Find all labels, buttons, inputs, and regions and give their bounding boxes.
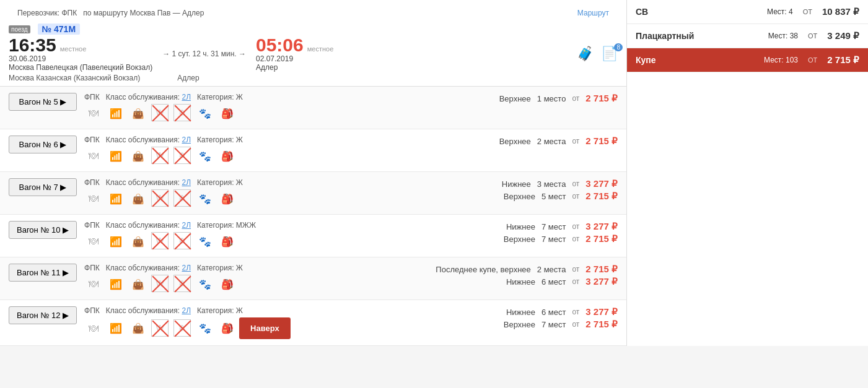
wagon-middle: ФПК Класс обслуживания: 2Л Категория: Ж …	[77, 264, 432, 293]
wagon-button[interactable]: Вагон № 6 ▶	[9, 136, 77, 153]
amenities: 🍽📶👜 W ❄ 🐾🎒	[84, 275, 237, 293]
food-icon: 🍽	[84, 232, 103, 251]
class-label: Класс обслуживания:	[106, 306, 180, 315]
amenities-row: 🍽📶👜 W ❄ 🐾🎒	[84, 104, 432, 123]
seat-type: Нижнее	[506, 222, 535, 231]
wagon-detail-top: ФПК Класс обслуживания: 2Л Категория: МЖ…	[84, 221, 432, 230]
luggage-badge: 8	[614, 43, 623, 51]
from-city: Москва Казанская (Казанский Вокзал)	[9, 74, 140, 82]
seat-count: 6 мест	[541, 308, 566, 317]
seat-type: Верхнее	[499, 137, 531, 146]
backpack-icon: 🎒	[218, 232, 237, 251]
class-label: Класс обслуживания:	[106, 221, 180, 230]
pet-icon: 🐾	[196, 104, 214, 123]
seat-line: Нижнее 6 мест от 3 277 ₽	[432, 306, 618, 317]
wagon-detail-top: ФПК Класс обслуживания: 2Л Категория: Ж	[84, 264, 432, 272]
seat-price: 2 715 ₽	[585, 264, 618, 275]
backpack-icon: 🎒	[218, 319, 237, 338]
tariff-item-купе[interactable]: Купе Мест: 103 ОТ 2 715 ₽	[627, 48, 868, 72]
seat-type: Нижнее	[502, 179, 531, 189]
class-link[interactable]: 2Л	[182, 221, 191, 230]
wagon-button[interactable]: Вагон № 5 ▶	[9, 93, 77, 111]
wagon-carrier: ФПК	[84, 136, 100, 144]
amenities: 🍽📶👜 W ❄ 🐾🎒	[84, 232, 237, 251]
bag-icon: 👜	[129, 319, 147, 338]
arrive-label: местное	[307, 45, 334, 53]
category-label: Категория: Ж	[197, 264, 243, 272]
wagon-row-inner: Вагон № 12 ▶ ФПК Класс обслуживания: 2Л …	[9, 306, 618, 339]
arrive-date: 02.07.2019	[256, 54, 333, 63]
pet-icon: 🐾	[196, 232, 214, 251]
wifi-crossed-icon: W	[151, 189, 170, 208]
wifi-crossed-icon: W	[151, 319, 170, 338]
wagon-button[interactable]: Вагон № 12 ▶	[9, 306, 77, 324]
class-label: Класс обслуживания:	[106, 136, 180, 144]
wagon-row-inner: Вагон № 11 ▶ ФПК Класс обслуживания: 2Л …	[9, 264, 618, 293]
seat-from: от	[572, 222, 579, 231]
category-label: Категория: Ж	[197, 306, 243, 315]
depart-label: местное	[60, 45, 87, 53]
tariff-item-плацкартный[interactable]: Плацкартный Мест: 38 ОТ 3 249 ₽	[627, 24, 868, 48]
seat-price: 2 715 ₽	[585, 136, 618, 147]
seat-from: от	[572, 308, 579, 316]
wagon-carrier: ФПК	[84, 178, 100, 187]
seat-type: Верхнее	[499, 94, 531, 103]
wagon-button[interactable]: Вагон № 11 ▶	[9, 264, 77, 282]
seat-from: от	[572, 265, 579, 274]
depart-date: 30.06.2019	[9, 54, 152, 63]
amenities-row: 🍽📶👜 W ❄ 🐾🎒 Наверх	[84, 317, 432, 339]
carrier-info: Перевозчик: ФПК по маршруту Москва Пав —…	[17, 9, 204, 17]
tariff-seats: Мест: 4	[767, 7, 793, 16]
train-number: № 471М	[38, 24, 81, 35]
food-icon: 🍽	[84, 189, 103, 208]
wagon-left: Вагон № 5 ▶	[9, 93, 77, 123]
tariff-name: Плацкартный	[636, 31, 694, 41]
route-link[interactable]: Маршрут	[577, 9, 609, 17]
duration-block: → 1 сут. 12 ч. 31 мин. →	[162, 50, 246, 58]
from-to-row: Москва Казанская (Казанский Вокзал) Адле…	[9, 72, 618, 86]
food-icon: 🍽	[84, 104, 103, 123]
seat-from: от	[572, 320, 579, 329]
seat-count: 3 места	[537, 179, 566, 189]
wagon-detail-top: ФПК Класс обслуживания: 2Л Категория: Ж	[84, 306, 432, 315]
train-header: Перевозчик: ФПК по маршруту Москва Пав —…	[0, 0, 626, 87]
wagon-button[interactable]: Вагон № 10 ▶	[9, 221, 77, 239]
wifi-icon: 📶	[107, 104, 125, 123]
seat-price: 3 277 ₽	[585, 306, 618, 317]
category-label: Категория: МЖЖ	[197, 221, 256, 230]
tariff-seats: Мест: 103	[764, 56, 798, 64]
wagon-row-inner: Вагон № 7 ▶ ФПК Класс обслуживания: 2Л К…	[9, 178, 618, 208]
category-label: Категория: Ж	[197, 93, 243, 101]
seat-price: 2 715 ₽	[585, 233, 618, 244]
tariff-from: ОТ	[808, 56, 817, 64]
wagon-row: Вагон № 7 ▶ ФПК Класс обслуживания: 2Л К…	[0, 172, 626, 215]
arrive-station: Адлер	[256, 63, 333, 72]
tariff-info: Мест: 38 ОТ 3 249 ₽	[768, 30, 859, 41]
ac-crossed-icon: ❄	[173, 104, 192, 123]
header-top-row: Перевозчик: ФПК по маршруту Москва Пав —…	[9, 5, 618, 21]
tariff-price: 2 715 ₽	[827, 54, 859, 66]
seat-count: 5 мест	[541, 192, 566, 201]
amenities: 🍽📶👜 W ❄ 🐾🎒	[84, 189, 237, 208]
bag-icon: 👜	[129, 275, 147, 293]
class-link[interactable]: 2Л	[182, 136, 191, 144]
seat-from: от	[572, 179, 579, 188]
seat-from: от	[572, 192, 579, 200]
class-label: Класс обслуживания:	[106, 93, 180, 101]
seat-price: 2 715 ₽	[585, 319, 618, 330]
class-link[interactable]: 2Л	[182, 306, 191, 315]
wifi-crossed-icon: W	[151, 104, 170, 123]
wagon-middle: ФПК Класс обслуживания: 2Л Категория: Ж …	[77, 306, 432, 339]
class-link[interactable]: 2Л	[182, 93, 191, 101]
tariff-item-св[interactable]: СВ Мест: 4 ОТ 10 837 ₽	[627, 0, 868, 24]
class-link[interactable]: 2Л	[182, 264, 191, 272]
scroll-top-button[interactable]: Наверх	[239, 317, 291, 339]
tariff-price: 10 837 ₽	[822, 6, 859, 17]
wifi-icon: 📶	[107, 275, 125, 293]
wagon-middle: ФПК Класс обслуживания: 2Л Категория: Ж …	[77, 93, 432, 123]
tariff-name: СВ	[636, 7, 648, 17]
wagon-row: Вагон № 6 ▶ ФПК Класс обслуживания: 2Л К…	[0, 129, 626, 172]
class-link[interactable]: 2Л	[182, 178, 191, 187]
seat-price: 3 277 ₽	[585, 221, 618, 232]
wagon-button[interactable]: Вагон № 7 ▶	[9, 178, 77, 196]
